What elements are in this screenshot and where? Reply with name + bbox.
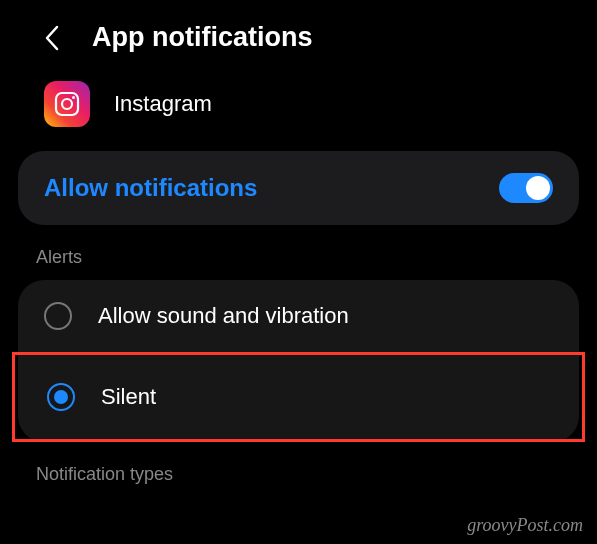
svg-rect-0	[56, 93, 78, 115]
radio-circle-icon	[47, 383, 75, 411]
svg-point-2	[72, 96, 75, 99]
radio-circle-icon	[44, 302, 72, 330]
svg-point-1	[62, 99, 72, 109]
app-row: Instagram	[0, 71, 597, 151]
page-title: App notifications	[92, 22, 312, 53]
notification-types-section-label: Notification types	[0, 442, 597, 497]
allow-notifications-label: Allow notifications	[44, 174, 257, 202]
radio-label: Allow sound and vibration	[98, 303, 349, 329]
allow-notifications-toggle[interactable]	[499, 173, 553, 203]
alerts-section-label: Alerts	[0, 225, 597, 280]
radio-silent[interactable]: Silent	[12, 352, 585, 442]
back-icon[interactable]	[40, 26, 64, 50]
radio-dot-icon	[54, 390, 68, 404]
allow-notifications-card: Allow notifications	[18, 151, 579, 225]
radio-label: Silent	[101, 384, 156, 410]
app-name: Instagram	[114, 91, 212, 117]
radio-allow-sound[interactable]: Allow sound and vibration	[18, 280, 579, 352]
instagram-icon	[44, 81, 90, 127]
watermark: groovyPost.com	[467, 515, 583, 536]
toggle-knob	[526, 176, 550, 200]
header: App notifications	[0, 0, 597, 71]
alerts-radio-group: Allow sound and vibration Silent	[18, 280, 579, 442]
